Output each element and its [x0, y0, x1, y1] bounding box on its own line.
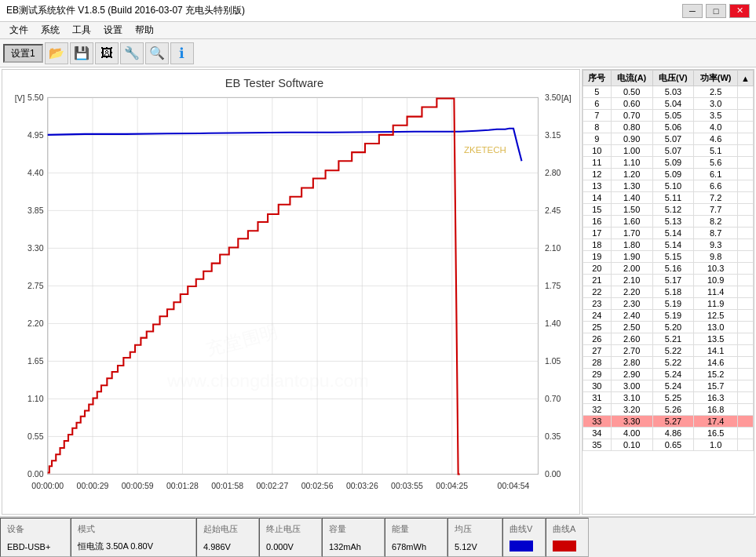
cell-id: 8 — [583, 122, 612, 133]
table-row[interactable]: 12 1.20 5.09 6.1 — [583, 169, 754, 180]
cell-id: 13 — [583, 180, 612, 192]
table-row[interactable]: 33 3.30 5.27 17.4 — [583, 416, 754, 428]
close-button[interactable]: ✕ — [729, 4, 750, 18]
cell-current: 1.30 — [611, 180, 652, 192]
cell-power: 9.8 — [694, 251, 738, 263]
image-button[interactable]: 🖼 — [95, 42, 119, 64]
table-row[interactable]: 30 3.00 5.24 15.7 — [583, 380, 754, 392]
cell-id: 34 — [583, 428, 612, 439]
cell-voltage: 5.20 — [652, 322, 693, 333]
cell-id: 22 — [583, 286, 612, 298]
menu-file[interactable]: 文件 — [3, 22, 35, 38]
menu-bar: 文件 系统 工具 设置 帮助 — [0, 22, 756, 39]
table-row[interactable]: 9 0.90 5.07 4.6 — [583, 133, 754, 145]
cell-voltage: 5.04 — [652, 98, 693, 110]
cell-voltage: 5.09 — [652, 169, 693, 180]
table-row[interactable]: 25 2.50 5.20 13.0 — [583, 322, 754, 333]
table-row[interactable]: 35 0.10 0.65 1.0 — [583, 439, 754, 451]
menu-tools[interactable]: 工具 — [66, 22, 97, 38]
cell-voltage: 5.03 — [652, 86, 693, 98]
main-area: EB Tester Software [V] [A] — [0, 67, 756, 516]
search-button[interactable]: 🔍 — [145, 42, 169, 64]
table-row[interactable]: 24 2.40 5.19 12.5 — [583, 310, 754, 322]
cell-power: 15.7 — [694, 380, 738, 392]
cell-voltage: 5.10 — [652, 180, 693, 192]
cell-voltage: 5.17 — [652, 275, 693, 286]
svg-text:3.15: 3.15 — [545, 131, 561, 140]
curve-a-label: 曲线A — [553, 523, 582, 535]
cell-current: 0.90 — [611, 133, 652, 145]
table-row[interactable]: 18 1.80 5.14 9.3 — [583, 239, 754, 251]
cell-voltage: 5.15 — [652, 251, 693, 263]
svg-text:2.45: 2.45 — [545, 206, 561, 215]
cell-voltage: 5.16 — [652, 263, 693, 275]
table-row[interactable]: 28 2.80 5.22 14.6 — [583, 357, 754, 369]
cell-current: 1.10 — [611, 157, 652, 169]
cell-voltage: 5.06 — [652, 122, 693, 133]
table-row[interactable]: 13 1.30 5.10 6.6 — [583, 180, 754, 192]
cell-power: 7.7 — [694, 204, 738, 216]
svg-text:00:00:00: 00:00:00 — [31, 482, 64, 490]
cell-power: 17.4 — [694, 416, 738, 428]
table-row[interactable]: 10 1.00 5.07 5.1 — [583, 145, 754, 157]
cell-current: 3.10 — [611, 392, 652, 404]
table-row[interactable]: 34 4.00 4.86 16.5 — [583, 428, 754, 439]
cell-current: 2.70 — [611, 345, 652, 357]
table-row[interactable]: 7 0.70 5.05 3.5 — [583, 110, 754, 122]
table-row[interactable]: 6 0.60 5.04 3.0 — [583, 98, 754, 110]
table-row[interactable]: 27 2.70 5.22 14.1 — [583, 345, 754, 357]
table-container[interactable]: 序号 电流(A) 电压(V) 功率(W) ▲ 5 0.50 5.03 2.5 6… — [582, 69, 754, 515]
open-button[interactable]: 📂 — [45, 42, 68, 64]
end-v-section: 终止电压 0.000V — [259, 518, 322, 557]
table-row[interactable]: 32 3.20 5.26 16.8 — [583, 404, 754, 416]
cell-current: 0.10 — [611, 439, 652, 451]
menu-system[interactable]: 系统 — [35, 22, 66, 38]
table-row[interactable]: 16 1.60 5.13 8.2 — [583, 216, 754, 228]
table-row[interactable]: 29 2.90 5.24 15.2 — [583, 369, 754, 380]
cell-power: 4.6 — [694, 133, 738, 145]
minimize-button[interactable]: ─ — [682, 4, 703, 18]
cell-power: 11.4 — [694, 286, 738, 298]
settings-button[interactable]: 🔧 — [120, 42, 144, 64]
table-row[interactable]: 22 2.20 5.18 11.4 — [583, 286, 754, 298]
start-v-value: 4.986V — [203, 542, 252, 552]
table-row[interactable]: 8 0.80 5.06 4.0 — [583, 122, 754, 133]
cell-voltage: 5.25 — [652, 392, 693, 404]
window-controls: ─ □ ✕ — [682, 4, 750, 18]
table-row[interactable]: 21 2.10 5.17 10.9 — [583, 275, 754, 286]
table-row[interactable]: 31 3.10 5.25 16.3 — [583, 392, 754, 404]
device-section: 设备 EBD-USB+ — [0, 518, 71, 557]
table-row[interactable]: 26 2.60 5.21 13.5 — [583, 333, 754, 345]
info-button[interactable]: ℹ — [170, 42, 194, 64]
menu-help[interactable]: 帮助 — [129, 22, 160, 38]
cell-power: 5.6 — [694, 157, 738, 169]
table-body: 5 0.50 5.03 2.5 6 0.60 5.04 3.0 7 0.70 5… — [583, 86, 754, 451]
table-row[interactable]: 19 1.90 5.15 9.8 — [583, 251, 754, 263]
table-row[interactable]: 14 1.40 5.11 7.2 — [583, 192, 754, 204]
table-row[interactable]: 5 0.50 5.03 2.5 — [583, 86, 754, 98]
cell-current: 1.00 — [611, 145, 652, 157]
table-row[interactable]: 20 2.00 5.16 10.3 — [583, 263, 754, 275]
energy-value: 678mWh — [392, 542, 440, 552]
table-row[interactable]: 15 1.50 5.12 7.7 — [583, 204, 754, 216]
save-button[interactable]: 💾 — [70, 42, 93, 64]
svg-text:00:01:58: 00:01:58 — [211, 482, 243, 490]
col-header-voltage: 电压(V) — [652, 71, 693, 86]
chart-svg: EB Tester Software [V] [A] — [2, 70, 579, 514]
maximize-button[interactable]: □ — [706, 4, 726, 18]
svg-text:0.35: 0.35 — [545, 432, 561, 441]
cell-power: 10.3 — [694, 263, 738, 275]
cell-power: 5.1 — [694, 145, 738, 157]
table-row[interactable]: 11 1.10 5.09 5.6 — [583, 157, 754, 169]
cell-power: 13.5 — [694, 333, 738, 345]
svg-text:00:03:26: 00:03:26 — [346, 482, 378, 490]
col-header-id: 序号 — [583, 71, 612, 86]
svg-text:[V]: [V] — [15, 95, 25, 104]
table-row[interactable]: 17 1.70 5.14 8.7 — [583, 228, 754, 239]
svg-text:4.40: 4.40 — [27, 169, 44, 178]
cell-power: 14.1 — [694, 345, 738, 357]
svg-text:1.75: 1.75 — [545, 282, 561, 290]
settings-label[interactable]: 设置1 — [3, 44, 43, 63]
menu-settings[interactable]: 设置 — [97, 22, 129, 38]
table-row[interactable]: 23 2.30 5.19 11.9 — [583, 298, 754, 310]
